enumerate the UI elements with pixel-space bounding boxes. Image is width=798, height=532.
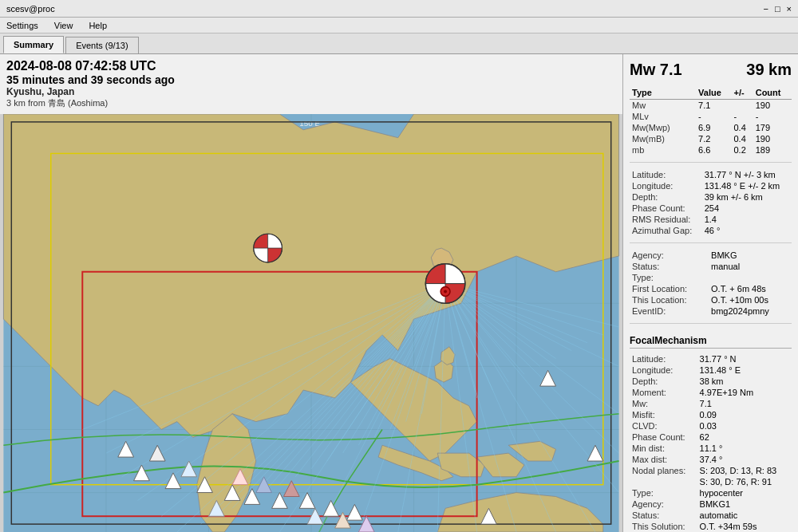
mw-header: Mw 7.1 39 km: [630, 61, 792, 79]
azimuth-value: 46 °: [702, 225, 792, 236]
col-pm: +/-: [731, 87, 753, 100]
fm-row: Status: automatic: [630, 510, 792, 521]
status-label: Status:: [630, 261, 709, 272]
info-panel: Mw 7.1 39 km Type Value +/- Count Mw 7.1…: [622, 54, 798, 532]
fm-row: This Solution: O.T. +34m 59s: [630, 521, 792, 532]
titlebar-controls: − □ ×: [763, 4, 792, 14]
divider3: [630, 323, 792, 324]
agency-row: First Location: O.T. + 6m 48s: [630, 283, 792, 294]
titlebar-title: scesv@proc: [6, 4, 55, 14]
svg-point-93: [444, 290, 447, 293]
fm-row: Agency: BMKG1: [630, 499, 792, 510]
table-row: Mw 7.1 190: [630, 100, 792, 112]
loc-row: Azimuthal Gap: 46 °: [630, 225, 792, 236]
fm-row: Phase Count: 62: [630, 432, 792, 443]
fm-row: Nodal planes: S: 203, D: 13, R: 83: [630, 465, 792, 476]
agency-row: Agency: BMKG: [630, 250, 792, 261]
rms-value: 1.4: [702, 214, 792, 225]
fm-row: CLVD: 0.03: [630, 420, 792, 432]
map-svg[interactable]: 120 E 150 E 180 E: [0, 114, 622, 532]
this-loc-label: This Location:: [630, 294, 709, 305]
fm-row: Moment: 4.97E+19 Nm: [630, 387, 792, 398]
menubar: Settings View Help: [0, 18, 798, 33]
loc-row: Latitude: 31.77 ° N +/- 3 km: [630, 169, 792, 180]
lat-label: Latitude:: [630, 169, 702, 180]
tab-summary[interactable]: Summary: [3, 36, 64, 53]
fm-row: Max dist: 37.4 °: [630, 454, 792, 465]
lon-value: 131.48 ° E +/- 2 km: [702, 180, 792, 191]
agency-row: Status: manual: [630, 261, 792, 272]
first-loc-label: First Location:: [630, 283, 709, 294]
time-ago: 35 minutes and 39 seconds ago: [6, 73, 616, 86]
lat-value: 31.77 ° N +/- 3 km: [702, 169, 792, 180]
azimuth-label: Azimuthal Gap:: [630, 225, 702, 236]
minimize-button[interactable]: −: [763, 4, 768, 14]
datetime: 2024-08-08 07:42:58 UTC: [6, 59, 616, 73]
eventid-value: bmg2024pmny: [709, 305, 792, 317]
table-row: Mw(Mwp) 6.9 0.4 179: [630, 122, 792, 133]
agency-value: BMKG: [709, 250, 792, 261]
menu-settings[interactable]: Settings: [3, 19, 41, 32]
phase-value: 254: [702, 203, 792, 214]
depth-value-loc: 39 km +/- 6 km: [702, 191, 792, 203]
loc-row: RMS Residual: 1.4: [630, 214, 792, 225]
loc-row: Phase Count: 254: [630, 203, 792, 214]
left-panel: 2024-08-08 07:42:58 UTC 35 minutes and 3…: [0, 54, 622, 532]
col-count: Count: [753, 87, 792, 100]
type-value: [709, 272, 792, 283]
menu-help[interactable]: Help: [85, 19, 110, 32]
this-loc-value: O.T. +10m 00s: [709, 294, 792, 305]
summary-header: 2024-08-08 07:42:58 UTC 35 minutes and 3…: [0, 54, 622, 114]
distance: 3 km from 青島 (Aoshima): [6, 97, 616, 109]
phase-label: Phase Count:: [630, 203, 702, 214]
map-container[interactable]: 120 E 150 E 180 E: [0, 114, 622, 532]
divider2: [630, 242, 792, 243]
agency-row: EventID: bmg2024pmny: [630, 305, 792, 317]
fm-row: Depth: 38 km: [630, 376, 792, 387]
depth-label: Depth:: [630, 191, 702, 203]
agency-label: Agency:: [630, 250, 709, 261]
fm-row: S: 30, D: 76, R: 91: [630, 476, 792, 487]
focal-mechanism-title: FocalMechanism: [630, 335, 792, 349]
close-button[interactable]: ×: [787, 4, 792, 14]
maximize-button[interactable]: □: [775, 4, 780, 14]
agency-row: Type:: [630, 272, 792, 283]
status-value: manual: [709, 261, 792, 272]
location-table: Latitude: 31.77 ° N +/- 3 km Longitude: …: [630, 169, 792, 236]
table-row: mb 6.6 0.2 189: [630, 144, 792, 156]
fm-row: Type: hypocenter: [630, 487, 792, 499]
location: Kyushu, Japan: [6, 86, 616, 97]
rms-label: RMS Residual:: [630, 214, 702, 225]
tabs: Summary Events (9/13): [0, 33, 798, 54]
fm-row: Min dist: 11.1 °: [630, 443, 792, 454]
col-type: Type: [630, 87, 696, 100]
col-value: Value: [696, 87, 731, 100]
focal-mechanism-table: Latitude: 31.77 ° N Longitude: 131.48 ° …: [630, 353, 792, 532]
eventid-label: EventID:: [630, 305, 709, 317]
table-row: MLv - - -: [630, 111, 792, 122]
loc-row: Longitude: 131.48 ° E +/- 2 km: [630, 180, 792, 191]
main-content: 2024-08-08 07:42:58 UTC 35 minutes and 3…: [0, 54, 798, 532]
loc-row: Depth: 39 km +/- 6 km: [630, 191, 792, 203]
agency-table: Agency: BMKG Status: manual Type: First …: [630, 250, 792, 317]
titlebar: scesv@proc − □ ×: [0, 0, 798, 18]
fm-row: Longitude: 131.48 ° E: [630, 365, 792, 376]
divider1: [630, 162, 792, 163]
lon-label: Longitude:: [630, 180, 702, 191]
agency-row: This Location: O.T. +10m 00s: [630, 294, 792, 305]
mw-value: Mw 7.1: [630, 61, 682, 79]
menu-view[interactable]: View: [51, 19, 77, 32]
type-label: Type:: [630, 272, 709, 283]
tab-events[interactable]: Events (9/13): [65, 37, 138, 53]
depth-km-value: 39 km: [746, 61, 792, 79]
fm-row: Mw: 7.1: [630, 398, 792, 409]
magnitude-table: Type Value +/- Count Mw 7.1 190 MLv - - …: [630, 87, 792, 156]
first-loc-value: O.T. + 6m 48s: [709, 283, 792, 294]
fm-row: Misfit: 0.09: [630, 409, 792, 420]
fm-row: Latitude: 31.77 ° N: [630, 353, 792, 365]
table-row: Mw(mB) 7.2 0.4 190: [630, 133, 792, 144]
